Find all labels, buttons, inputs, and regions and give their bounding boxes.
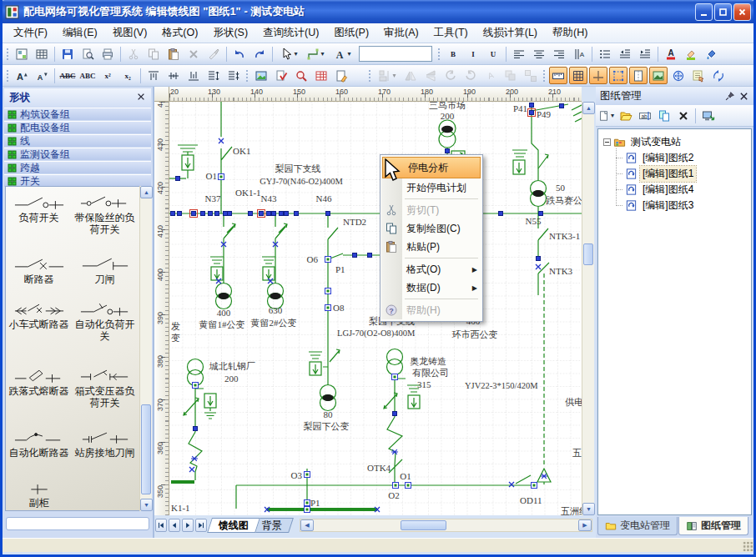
toolbar-grip[interactable]	[542, 68, 546, 83]
properties-button[interactable]	[689, 67, 708, 84]
align-left-button[interactable]	[510, 45, 528, 63]
scrollbar-thumb[interactable]	[141, 404, 151, 494]
check-diagram-button[interactable]	[272, 67, 290, 84]
style-combo-input[interactable]	[360, 48, 431, 63]
menu-8[interactable]: 工具(T)	[426, 23, 476, 43]
context-menu-item-7[interactable]: 格式(O)▶	[381, 260, 481, 278]
shapes-panel-close-button[interactable]	[136, 90, 146, 105]
rename-sheet-button[interactable]: ab	[636, 107, 653, 124]
scroll-left-icon[interactable]: ◀	[300, 519, 314, 531]
menu-9[interactable]: 线损计算(L)	[476, 23, 545, 43]
diagram-canvas[interactable]: 三鸟市场200P41P49OK1O1OK1-1梨园下支线GYJ-70(N46-O…	[169, 102, 582, 515]
menu-5[interactable]: 查询统计(U)	[255, 23, 326, 43]
sheet-tree-item-0[interactable]: [编辑]图纸2	[609, 150, 751, 166]
toolbar-grip[interactable]	[367, 68, 371, 83]
minimize-button[interactable]	[695, 3, 713, 21]
superscript-button[interactable]: x²	[98, 67, 117, 84]
connector-tool-button[interactable]: ▾	[303, 45, 328, 63]
bullets-button[interactable]	[596, 45, 614, 63]
grid-toggle-button[interactable]	[569, 67, 587, 84]
ruler-toggle-button[interactable]	[549, 67, 567, 84]
font-increase-button[interactable]: A	[13, 67, 31, 84]
maximize-button[interactable]	[714, 3, 732, 21]
context-menu-item-8[interactable]: 数据(D)▶	[381, 278, 481, 297]
menu-1[interactable]: 编辑(E)	[55, 23, 105, 43]
paste-button[interactable]	[164, 45, 183, 63]
context-menu-item-5[interactable]: 粘贴(P)	[381, 238, 481, 256]
first-page-button[interactable]	[155, 519, 167, 532]
shapes-scrollbar[interactable]: ▲ ▼	[139, 186, 152, 511]
spacing-decrease-button[interactable]	[224, 67, 243, 84]
insert-picture-button[interactable]	[252, 67, 270, 84]
bold-button[interactable]: B	[444, 45, 462, 63]
font-tool-button[interactable]: A▾	[330, 45, 355, 63]
shape-item-auto-breaker[interactable]: 自动化断路器	[6, 429, 72, 479]
print-button[interactable]	[98, 45, 117, 63]
spacing-increase-button[interactable]	[204, 67, 223, 84]
guides-toggle-button[interactable]	[589, 67, 607, 84]
menu-2[interactable]: 视图(V)	[105, 23, 155, 43]
resize-grip[interactable]	[742, 540, 753, 551]
print-preview-button[interactable]	[78, 45, 97, 63]
canvas-vertical-scrollbar[interactable]: ▲ ▼	[582, 102, 594, 515]
pin-icon[interactable]	[724, 91, 735, 102]
scrollbar-thumb[interactable]	[583, 243, 593, 265]
canvas-horizontal-scrollbar[interactable]: ◀ ▶	[300, 519, 592, 532]
panel-tab-0[interactable]: 变电站管理	[597, 517, 678, 535]
new-diagram-button[interactable]	[13, 45, 31, 63]
sheet-tree-item-1[interactable]: [编辑]图纸1	[609, 166, 751, 182]
font-decrease-button[interactable]: A	[33, 67, 51, 84]
underline-button[interactable]: U	[484, 45, 502, 63]
redo-button[interactable]	[250, 45, 269, 63]
tree-root-row[interactable]: 测试变电站	[598, 134, 751, 150]
close-icon[interactable]	[738, 91, 749, 102]
subscript-button[interactable]: x₂	[118, 67, 137, 84]
context-menu-item-4[interactable]: 复制绘图(C)	[381, 219, 481, 238]
collapse-icon[interactable]	[603, 138, 611, 146]
font-color-button[interactable]: A	[662, 45, 680, 63]
shape-item-drop-fuse[interactable]: 跌落式熔断器	[6, 367, 72, 429]
next-page-button[interactable]	[182, 519, 194, 532]
highlight-color-button[interactable]	[682, 45, 700, 63]
sheet-tree-item-2[interactable]: [编辑]图纸4	[609, 182, 751, 198]
menu-3[interactable]: 格式(O)	[154, 23, 205, 43]
export-sheet-button[interactable]	[699, 107, 717, 124]
save-button[interactable]	[58, 45, 77, 63]
character-style-button[interactable]: ABC	[78, 67, 97, 84]
strikethrough-button[interactable]: ABC	[58, 67, 77, 84]
find-button[interactable]	[292, 67, 310, 84]
last-page-button[interactable]	[195, 519, 207, 532]
shape-item-circuit-breaker[interactable]: 断路器	[6, 255, 72, 300]
shape-item-load-switch[interactable]: 负荷开关	[6, 193, 72, 255]
shape-item-fuse-load-switch[interactable]: 带保险丝的负荷开关	[72, 193, 138, 255]
align-top-button[interactable]	[144, 67, 163, 84]
background-toggle-button[interactable]	[649, 67, 668, 84]
shape-group-1[interactable]: 配电设备组	[4, 121, 151, 133]
connection-points-toggle-button[interactable]	[609, 67, 627, 84]
fill-color-button[interactable]	[702, 45, 720, 63]
delete-sheet-button[interactable]	[674, 107, 692, 124]
rotate-canvas-button[interactable]	[709, 67, 728, 84]
menu-7[interactable]: 审批(A)	[376, 23, 426, 43]
shape-group-0[interactable]: 构筑设备组	[4, 108, 151, 120]
toolbar-grip[interactable]	[5, 68, 9, 83]
toolbar-grip[interactable]	[5, 47, 9, 62]
toolbar-grip[interactable]	[244, 68, 249, 83]
shape-item-knife-switch[interactable]: 刀闸	[72, 255, 138, 300]
shape-group-5[interactable]: 开关	[4, 174, 151, 187]
copy-sheet-button[interactable]	[655, 107, 673, 124]
shape-item-side-cabinet[interactable]: 副柜	[6, 479, 72, 511]
open-sheet-button[interactable]	[617, 107, 634, 124]
text-direction-button[interactable]: A	[570, 45, 588, 63]
previous-page-button[interactable]	[169, 519, 180, 532]
new-sheet-button[interactable]: ▾	[597, 107, 615, 124]
align-right-button[interactable]	[550, 45, 568, 63]
close-button[interactable]	[733, 3, 751, 21]
page-setup-button[interactable]	[332, 67, 350, 84]
scroll-up-icon[interactable]: ▲	[582, 102, 595, 114]
pointer-tool-button[interactable]: ▾	[276, 45, 301, 63]
shape-group-3[interactable]: 监测设备组	[4, 148, 151, 160]
table-button[interactable]	[33, 45, 51, 63]
shape-group-4[interactable]: 跨越	[4, 161, 151, 173]
menu-6[interactable]: 图纸(P)	[326, 23, 376, 43]
